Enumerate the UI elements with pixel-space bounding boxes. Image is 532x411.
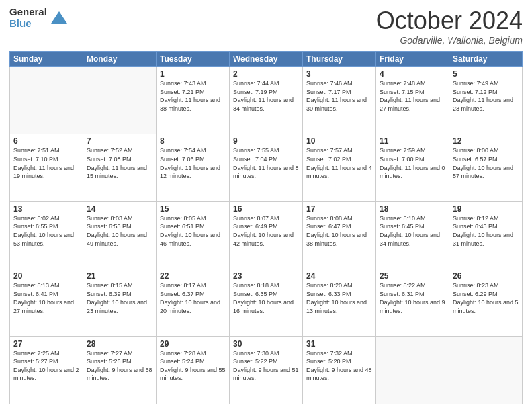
- day-info: Sunrise: 8:23 AMSunset: 6:29 PMDaylight:…: [453, 281, 519, 315]
- day-info: Sunrise: 8:05 AMSunset: 6:51 PMDaylight:…: [160, 214, 226, 248]
- calendar-day-cell: 9Sunrise: 7:55 AMSunset: 7:04 PMDaylight…: [230, 134, 303, 201]
- day-info: Sunrise: 8:00 AMSunset: 6:57 PMDaylight:…: [453, 146, 519, 180]
- day-number: 15: [160, 204, 226, 214]
- day-number: 3: [306, 69, 372, 79]
- calendar-day-cell: 17Sunrise: 8:08 AMSunset: 6:47 PMDayligh…: [303, 201, 376, 269]
- day-info: Sunrise: 7:57 AMSunset: 7:02 PMDaylight:…: [306, 146, 372, 180]
- day-info: Sunrise: 8:18 AMSunset: 6:35 PMDaylight:…: [233, 281, 299, 315]
- calendar-table: SundayMondayTuesdayWednesdayThursdayFrid…: [9, 51, 523, 404]
- day-info: Sunrise: 8:13 AMSunset: 6:41 PMDaylight:…: [13, 281, 79, 315]
- day-info: Sunrise: 8:07 AMSunset: 6:49 PMDaylight:…: [233, 214, 299, 248]
- calendar-day-cell: 28Sunrise: 7:27 AMSunset: 5:26 PMDayligh…: [83, 336, 157, 404]
- calendar-day-cell: 19Sunrise: 8:12 AMSunset: 6:43 PMDayligh…: [449, 201, 523, 269]
- day-info: Sunrise: 8:12 AMSunset: 6:43 PMDaylight:…: [453, 214, 519, 248]
- day-number: 25: [380, 271, 445, 281]
- day-number: 17: [306, 204, 372, 214]
- day-number: 30: [233, 339, 299, 349]
- calendar-day-cell: 24Sunrise: 8:20 AMSunset: 6:33 PMDayligh…: [303, 269, 376, 336]
- day-info: Sunrise: 8:22 AMSunset: 6:31 PMDaylight:…: [380, 281, 445, 315]
- calendar-day-cell: 20Sunrise: 8:13 AMSunset: 6:41 PMDayligh…: [10, 269, 83, 336]
- day-number: 5: [453, 69, 519, 79]
- calendar-day-cell: [449, 336, 523, 404]
- calendar-day-cell: 27Sunrise: 7:25 AMSunset: 5:27 PMDayligh…: [10, 336, 83, 404]
- day-number: 29: [160, 339, 226, 349]
- day-info: Sunrise: 7:48 AMSunset: 7:15 PMDaylight:…: [380, 79, 445, 113]
- calendar-day-cell: 3Sunrise: 7:46 AMSunset: 7:17 PMDaylight…: [303, 67, 376, 134]
- weekday-header: Friday: [376, 52, 449, 67]
- day-number: 31: [306, 339, 372, 349]
- calendar-day-cell: 1Sunrise: 7:43 AMSunset: 7:21 PMDaylight…: [157, 67, 230, 134]
- day-info: Sunrise: 7:49 AMSunset: 7:12 PMDaylight:…: [453, 79, 519, 113]
- weekday-header: Wednesday: [230, 52, 303, 67]
- day-info: Sunrise: 7:28 AMSunset: 5:24 PMDaylight:…: [160, 349, 226, 383]
- day-info: Sunrise: 7:25 AMSunset: 5:27 PMDaylight:…: [13, 349, 79, 383]
- weekday-header-row: SundayMondayTuesdayWednesdayThursdayFrid…: [10, 52, 523, 67]
- page: General Blue October 2024 Godarville, Wa…: [0, 0, 532, 411]
- weekday-header: Sunday: [10, 52, 83, 67]
- calendar-day-cell: 22Sunrise: 8:17 AMSunset: 6:37 PMDayligh…: [157, 269, 230, 336]
- calendar-week-row: 27Sunrise: 7:25 AMSunset: 5:27 PMDayligh…: [10, 336, 523, 404]
- day-number: 9: [233, 136, 299, 146]
- calendar-week-row: 13Sunrise: 8:02 AMSunset: 6:55 PMDayligh…: [10, 201, 523, 269]
- day-number: 21: [87, 271, 152, 281]
- day-info: Sunrise: 8:20 AMSunset: 6:33 PMDaylight:…: [306, 281, 372, 315]
- day-info: Sunrise: 8:17 AMSunset: 6:37 PMDaylight:…: [160, 281, 226, 315]
- calendar-day-cell: 2Sunrise: 7:44 AMSunset: 7:19 PMDaylight…: [230, 67, 303, 134]
- weekday-header: Tuesday: [157, 52, 230, 67]
- day-number: 20: [13, 271, 79, 281]
- logo-text: General Blue: [9, 7, 47, 29]
- day-info: Sunrise: 8:08 AMSunset: 6:47 PMDaylight:…: [306, 214, 372, 248]
- calendar-day-cell: 21Sunrise: 8:15 AMSunset: 6:39 PMDayligh…: [83, 269, 157, 336]
- day-number: 14: [87, 204, 152, 214]
- calendar-day-cell: 16Sunrise: 8:07 AMSunset: 6:49 PMDayligh…: [230, 201, 303, 269]
- location-subtitle: Godarville, Wallonia, Belgium: [376, 35, 523, 46]
- calendar-day-cell: [10, 67, 83, 134]
- calendar-day-cell: 4Sunrise: 7:48 AMSunset: 7:15 PMDaylight…: [376, 67, 449, 134]
- calendar-day-cell: 25Sunrise: 8:22 AMSunset: 6:31 PMDayligh…: [376, 269, 449, 336]
- calendar-week-row: 1Sunrise: 7:43 AMSunset: 7:21 PMDaylight…: [10, 67, 523, 134]
- calendar-day-cell: 10Sunrise: 7:57 AMSunset: 7:02 PMDayligh…: [303, 134, 376, 201]
- calendar-day-cell: 31Sunrise: 7:32 AMSunset: 5:20 PMDayligh…: [303, 336, 376, 404]
- calendar-day-cell: 13Sunrise: 8:02 AMSunset: 6:55 PMDayligh…: [10, 201, 83, 269]
- calendar-day-cell: 6Sunrise: 7:51 AMSunset: 7:10 PMDaylight…: [10, 134, 83, 201]
- weekday-header: Saturday: [449, 52, 523, 67]
- weekday-header: Thursday: [303, 52, 376, 67]
- calendar-day-cell: 29Sunrise: 7:28 AMSunset: 5:24 PMDayligh…: [157, 336, 230, 404]
- day-number: 8: [160, 136, 226, 146]
- day-info: Sunrise: 8:15 AMSunset: 6:39 PMDaylight:…: [87, 281, 152, 315]
- day-info: Sunrise: 7:51 AMSunset: 7:10 PMDaylight:…: [13, 146, 79, 180]
- day-info: Sunrise: 8:02 AMSunset: 6:55 PMDaylight:…: [13, 214, 79, 248]
- calendar-day-cell: 15Sunrise: 8:05 AMSunset: 6:51 PMDayligh…: [157, 201, 230, 269]
- calendar-day-cell: 12Sunrise: 8:00 AMSunset: 6:57 PMDayligh…: [449, 134, 523, 201]
- logo: General Blue: [9, 7, 69, 29]
- month-title: October 2024: [376, 7, 523, 35]
- weekday-header: Monday: [83, 52, 157, 67]
- day-number: 4: [380, 69, 445, 79]
- day-number: 19: [453, 204, 519, 214]
- calendar-day-cell: 18Sunrise: 8:10 AMSunset: 6:45 PMDayligh…: [376, 201, 449, 269]
- day-number: 16: [233, 204, 299, 214]
- day-info: Sunrise: 7:46 AMSunset: 7:17 PMDaylight:…: [306, 79, 372, 113]
- day-number: 6: [13, 136, 79, 146]
- day-info: Sunrise: 7:44 AMSunset: 7:19 PMDaylight:…: [233, 79, 299, 113]
- logo-general: General: [9, 7, 47, 18]
- day-number: 11: [380, 136, 445, 146]
- logo-blue: Blue: [9, 18, 47, 30]
- logo-icon: [50, 9, 69, 28]
- calendar-day-cell: 23Sunrise: 8:18 AMSunset: 6:35 PMDayligh…: [230, 269, 303, 336]
- day-number: 2: [233, 69, 299, 79]
- day-info: Sunrise: 7:32 AMSunset: 5:20 PMDaylight:…: [306, 349, 372, 383]
- calendar-day-cell: 14Sunrise: 8:03 AMSunset: 6:53 PMDayligh…: [83, 201, 157, 269]
- day-number: 18: [380, 204, 445, 214]
- calendar-day-cell: [83, 67, 157, 134]
- calendar-week-row: 20Sunrise: 8:13 AMSunset: 6:41 PMDayligh…: [10, 269, 523, 336]
- svg-marker-0: [51, 11, 67, 24]
- title-section: October 2024 Godarville, Wallonia, Belgi…: [376, 7, 523, 46]
- day-number: 10: [306, 136, 372, 146]
- calendar-day-cell: [376, 336, 449, 404]
- day-info: Sunrise: 7:55 AMSunset: 7:04 PMDaylight:…: [233, 146, 299, 180]
- calendar-day-cell: 8Sunrise: 7:54 AMSunset: 7:06 PMDaylight…: [157, 134, 230, 201]
- day-info: Sunrise: 7:43 AMSunset: 7:21 PMDaylight:…: [160, 79, 226, 113]
- day-number: 1: [160, 69, 226, 79]
- calendar-day-cell: 7Sunrise: 7:52 AMSunset: 7:08 PMDaylight…: [83, 134, 157, 201]
